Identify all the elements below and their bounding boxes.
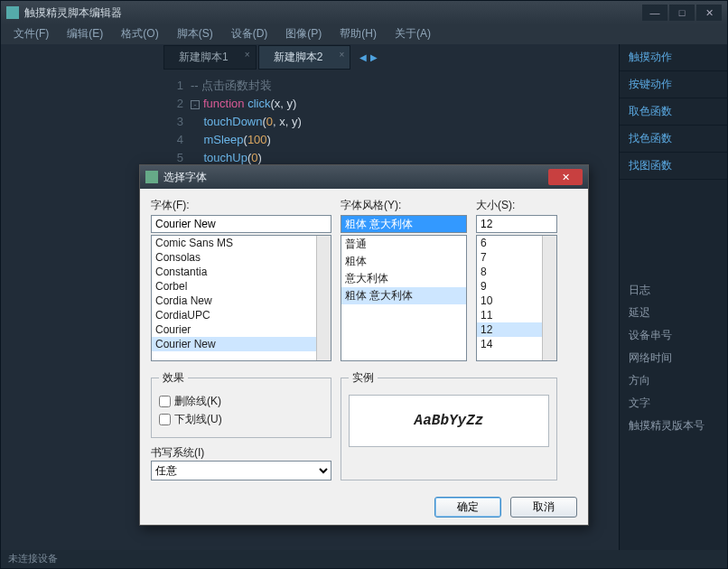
sample-preview: AaBbYyZz bbox=[349, 395, 549, 447]
list-option[interactable]: Courier bbox=[152, 322, 331, 337]
underline-checkbox[interactable] bbox=[159, 414, 171, 425]
style-label: 字体风格(Y): bbox=[341, 198, 467, 213]
list-option[interactable]: Corbel bbox=[152, 279, 331, 294]
list-option[interactable]: Courier New bbox=[152, 337, 331, 351]
list-option[interactable]: Constantia bbox=[152, 265, 331, 279]
list-option[interactable]: 粗体 意大利体 bbox=[341, 287, 466, 304]
dialog-close-button[interactable]: ✕ bbox=[548, 169, 583, 185]
strikeout-checkbox[interactable] bbox=[159, 396, 171, 407]
font-listbox[interactable]: Comic Sans MSConsolasConstantiaCorbelCor… bbox=[151, 235, 331, 361]
strikeout-label: 删除线(K) bbox=[174, 394, 221, 409]
list-option[interactable]: 意大利体 bbox=[341, 270, 466, 287]
font-input[interactable] bbox=[151, 215, 331, 233]
sample-group: 实例 AaBbYyZz bbox=[341, 370, 557, 480]
list-option[interactable]: Consolas bbox=[152, 250, 331, 265]
size-label: 大小(S): bbox=[476, 198, 557, 213]
dialog-icon bbox=[145, 171, 158, 183]
writing-system-select[interactable]: 任意 bbox=[151, 461, 331, 480]
ok-button[interactable]: 确定 bbox=[434, 497, 501, 518]
dialog-title: 选择字体 bbox=[163, 170, 548, 185]
dialog-backdrop: 选择字体 ✕ 字体(F): Comic Sans MSConsolasConst… bbox=[0, 0, 728, 569]
style-input[interactable] bbox=[341, 215, 467, 233]
list-option[interactable]: Cordia New bbox=[152, 294, 331, 308]
list-option[interactable]: CordiaUPC bbox=[152, 308, 331, 322]
scrollbar[interactable] bbox=[316, 236, 331, 360]
underline-label: 下划线(U) bbox=[174, 412, 222, 427]
size-listbox[interactable]: 678910111214 bbox=[476, 235, 557, 361]
style-listbox[interactable]: 普通粗体意大利体粗体 意大利体 bbox=[341, 235, 467, 361]
effects-legend: 效果 bbox=[159, 370, 188, 386]
list-option[interactable]: 粗体 bbox=[341, 253, 466, 270]
font-dialog: 选择字体 ✕ 字体(F): Comic Sans MSConsolasConst… bbox=[139, 164, 589, 526]
list-option[interactable]: Comic Sans MS bbox=[152, 236, 331, 250]
scrollbar[interactable] bbox=[542, 236, 556, 360]
size-input[interactable] bbox=[476, 215, 557, 233]
effects-group: 效果 删除线(K) 下划线(U) bbox=[151, 370, 331, 438]
cancel-button[interactable]: 取消 bbox=[510, 497, 577, 518]
dialog-titlebar: 选择字体 ✕ bbox=[140, 165, 588, 189]
writing-system-label: 书写系统(I) bbox=[151, 446, 204, 459]
sample-legend: 实例 bbox=[349, 370, 378, 386]
list-option[interactable]: 普通 bbox=[341, 236, 466, 253]
font-label: 字体(F): bbox=[151, 198, 331, 213]
